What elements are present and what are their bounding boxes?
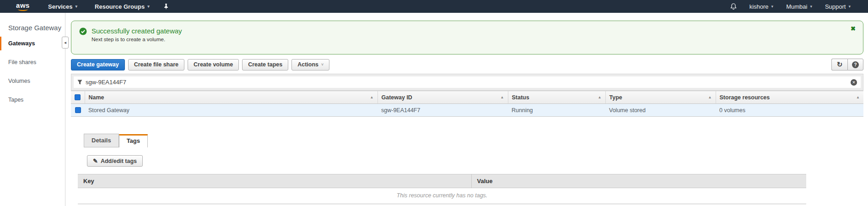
create-gateway-button[interactable]: Create gateway [71,59,125,70]
gateways-table-header-row: Name▲ Gateway ID▲ Status▲ Type▲ Storage … [71,91,863,104]
gateway-filter-input[interactable] [86,79,847,86]
banner-subtitle: Next step is to create a volume. [92,37,182,42]
column-header-status[interactable]: Status▲ [508,91,605,104]
sort-icon: ▲ [856,95,860,99]
actions-label: Actions [297,61,318,68]
create-tapes-button[interactable]: Create tapes [242,59,288,70]
tags-empty-row: This resource currently has no tags. [78,188,806,204]
nav-resource-groups[interactable]: Resource Groups ▾ [95,3,150,10]
column-header-type[interactable]: Type▲ [605,91,716,104]
notifications-bell-icon[interactable] [730,3,737,10]
table-row[interactable]: Stored Gateway sgw-9EA144F7 Running Volu… [71,104,863,117]
refresh-icon: ↻ [837,60,843,69]
tab-details[interactable]: Details [84,134,119,147]
sort-icon: ▲ [598,95,602,99]
sort-icon: ▲ [708,95,712,99]
row-storage-cell: 0 volumes [716,104,863,117]
sort-icon: ▲ [370,95,374,99]
tags-key-header: Key [78,174,471,188]
aws-smile-icon [18,8,28,11]
chevron-down-icon: ▾ [810,4,812,9]
toolbar: Create gateway Create file share Create … [71,59,863,70]
row-name-cell: Stored Gateway [85,104,377,117]
sidebar-title: Storage Gateway [0,13,65,32]
add-edit-tags-label: Add/edit tags [101,158,137,164]
aws-logo[interactable]: aws [15,2,31,11]
row-checkbox[interactable] [75,107,81,113]
filter-input-container: ✕ [74,76,861,88]
user-name-label: kishore [749,3,769,10]
sidebar-item-gateways[interactable]: Gateways [0,37,65,50]
sidebar-item-volumes[interactable]: Volumes [0,74,65,88]
toolbar-icon-group: ↻ ? [831,59,863,70]
pin-shortcut-icon[interactable] [163,3,169,10]
tags-value-header: Value [471,174,806,188]
help-button[interactable]: ? [847,59,863,70]
success-banner: Successfully created gateway Next step i… [71,21,863,54]
create-file-share-button[interactable]: Create file share [128,59,184,70]
region-label: Mumbai [786,3,807,10]
gateways-table: Name▲ Gateway ID▲ Status▲ Type▲ Storage … [71,91,863,117]
column-header-gateway-id[interactable]: Gateway ID▲ [377,91,508,104]
sidebar-item-file-shares[interactable]: File shares [0,55,65,69]
actions-dropdown-button[interactable]: Actions ˅ [291,59,329,70]
chevron-down-icon: ▾ [75,4,78,9]
select-all-checkbox[interactable] [75,94,81,100]
aws-logo-text: aws [16,2,30,8]
tab-tags[interactable]: Tags [119,134,148,147]
nav-region-menu[interactable]: Mumbai ▾ [786,3,812,10]
success-check-icon [79,27,87,35]
top-nav-bar: aws Services ▾ Resource Groups ▾ kishore… [0,0,868,13]
nav-support-menu[interactable]: Support ▾ [825,3,851,10]
clear-filter-icon[interactable]: ✕ [851,79,857,86]
column-header-storage-resources[interactable]: Storage resources▲ [716,91,863,104]
nav-right-group: kishore ▾ Mumbai ▾ Support ▾ [730,3,851,10]
add-edit-tags-button[interactable]: ✎ Add/edit tags [87,155,143,167]
sidebar-collapse-button[interactable]: ◄ [62,37,69,49]
banner-title: Successfully created gateway [92,27,182,35]
row-select-cell [71,104,85,117]
chevron-down-icon: ▾ [848,4,851,9]
create-volume-button[interactable]: Create volume [188,59,239,70]
select-all-header [71,91,85,104]
refresh-button[interactable]: ↻ [831,59,847,70]
tags-empty-message: This resource currently has no tags. [78,188,806,204]
detail-tabs: Details Tags [84,134,863,147]
banner-close-icon[interactable]: ✖ [851,25,856,32]
pencil-icon: ✎ [93,157,98,164]
filter-funnel-icon [77,80,82,85]
tags-table-header-row: Key Value [78,174,806,188]
sort-icon: ▲ [501,95,504,99]
row-type-cell: Volume stored [605,104,716,117]
support-label: Support [825,3,846,10]
nav-services[interactable]: Services ▾ [48,3,77,10]
nav-resource-groups-label: Resource Groups [95,3,145,10]
tags-table: Key Value This resource currently has no… [78,174,806,204]
nav-services-label: Services [48,3,73,10]
row-gateway-id-cell: sgw-9EA144F7 [377,104,508,117]
chevron-down-icon: ˅ [321,62,323,67]
help-icon: ? [852,61,859,68]
row-status-cell: Running [508,104,605,117]
main-content: Successfully created gateway Next step i… [65,13,868,206]
column-header-name[interactable]: Name▲ [85,91,377,104]
sidebar-item-tapes[interactable]: Tapes [0,93,65,107]
nav-user-menu[interactable]: kishore ▾ [749,3,773,10]
chevron-down-icon: ▾ [147,4,150,9]
filter-bar: ✕ [71,74,863,91]
sidebar: Storage Gateway Gateways File shares Vol… [0,13,65,206]
chevron-down-icon: ▾ [771,4,774,9]
